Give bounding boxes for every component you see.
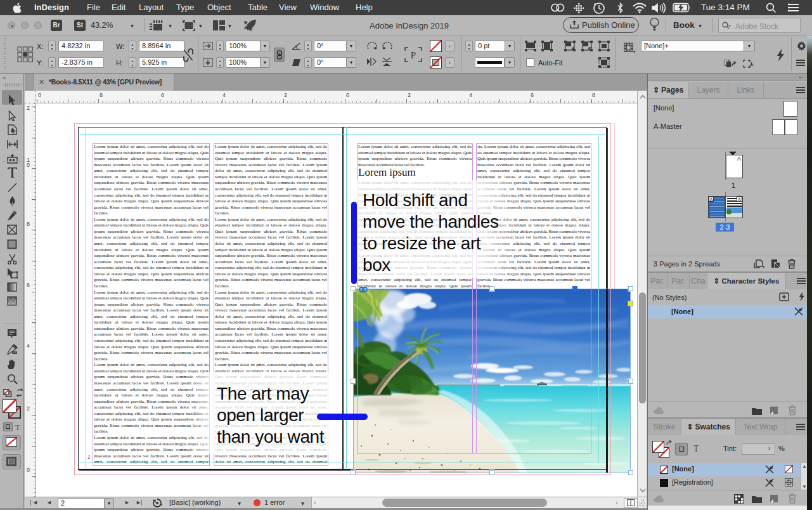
- svg-text:P: P: [411, 50, 416, 60]
